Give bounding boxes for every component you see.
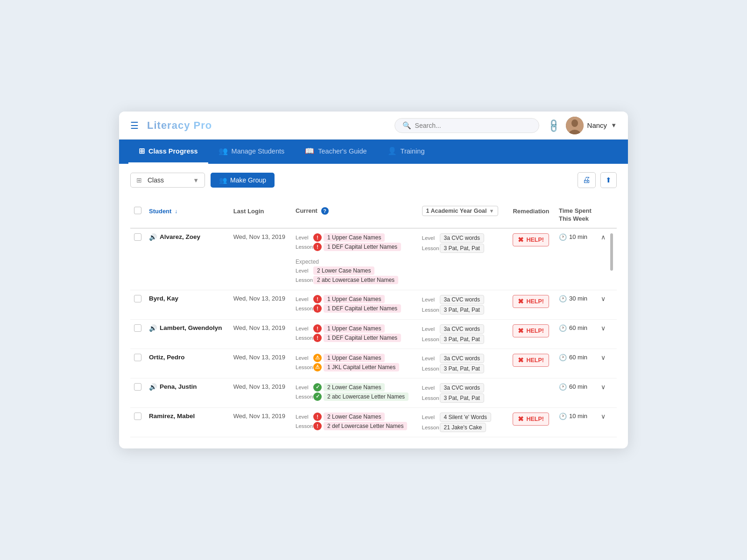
expand-icon[interactable]: ∨ xyxy=(601,383,606,391)
row-checkbox[interactable] xyxy=(134,233,141,241)
nav-item-class-progress[interactable]: ⊞ Class Progress xyxy=(128,140,208,164)
time-display: 🕐 10 min xyxy=(559,413,593,420)
goal-level-pill: 3a CVC words xyxy=(440,295,484,304)
expected-empty-checkbox xyxy=(130,258,145,290)
remediation-label: Remediation xyxy=(513,208,549,215)
goal-cell: Level 3a CVC words Lesson 3 Pat, Pat, Pa… xyxy=(418,349,509,378)
level-pill: 1 Upper Case Names xyxy=(324,324,385,333)
current-cell: Level ! 1 Upper Case Names Lesson ! 1 DE… xyxy=(292,228,418,258)
help-button[interactable]: ✖ HELP! xyxy=(513,295,549,308)
table-row: 🔊 Lambert, Gwendolyn Wed, Nov 13, 2019 L… xyxy=(130,319,617,349)
speaker-icon[interactable]: 🔊 xyxy=(149,233,157,241)
expand-cell[interactable]: ∨ xyxy=(597,319,609,349)
expected-lesson-row: Lesson 2 abc Lowercase Letter Names xyxy=(296,276,415,284)
level-row: Level ✓ 2 Lower Case Names xyxy=(296,383,415,392)
speaker-icon[interactable]: 🔊 xyxy=(149,324,157,332)
time-value: 10 min xyxy=(569,413,587,420)
table-row: Byrd, Kay Wed, Nov 13, 2019 Level ! 1 Up… xyxy=(130,290,617,319)
time-cell: 🕐 10 min xyxy=(555,228,597,258)
lesson-badge: ! xyxy=(313,334,322,342)
expand-cell[interactable]: ∧ xyxy=(597,228,609,258)
level-label: Level xyxy=(296,414,311,420)
expand-icon[interactable]: ∧ xyxy=(601,233,606,241)
search-icon: 🔍 xyxy=(402,121,411,130)
student-name: Byrd, Kay xyxy=(149,295,226,302)
lesson-badge: ! xyxy=(313,243,322,251)
speaker-icon[interactable]: 🔊 xyxy=(149,383,157,391)
time-value: 10 min xyxy=(569,233,587,240)
student-name-label: Byrd, Kay xyxy=(149,295,178,302)
goal-level-lesson: Level 3a CVC words Lesson 3 Pat, Pat, Pa… xyxy=(422,354,506,373)
help-button[interactable]: ✖ HELP! xyxy=(513,413,549,426)
level-pill: 2 Lower Case Names xyxy=(324,413,385,421)
row-checkbox[interactable] xyxy=(134,295,141,302)
lesson-pill: 1 JKL Capital Letter Names xyxy=(324,363,399,371)
lesson-pill: 2 def Lowercase Letter Names xyxy=(324,422,407,430)
select-all-checkbox[interactable] xyxy=(134,207,141,214)
goal-dropdown[interactable]: 1 Academic Year Goal ▼ xyxy=(422,206,499,216)
level-label: Level xyxy=(296,296,311,302)
help-button[interactable]: ✖ HELP! xyxy=(513,324,549,337)
current-level-lesson: Level ✓ 2 Lower Case Names Lesson ✓ 2 ab… xyxy=(296,383,415,401)
expected-level-lesson: Level 2 Lower Case Names Lesson 2 abc Lo… xyxy=(296,266,415,284)
link-icon[interactable]: 🔗 xyxy=(545,117,562,133)
goal-lesson-pill: 3 Pat, Pat, Pat xyxy=(440,393,484,403)
row-checkbox[interactable] xyxy=(134,354,141,361)
scrollbar-cell xyxy=(609,228,617,258)
expand-cell[interactable]: ∨ xyxy=(597,407,609,437)
help-label: HELP! xyxy=(526,328,544,334)
app-logo: Literacy Pro xyxy=(147,119,212,132)
goal-lesson-pill: 3 Pat, Pat, Pat xyxy=(440,335,484,344)
class-select[interactable]: ⊞ Class ▼ xyxy=(130,173,205,188)
export-icon: ⬆ xyxy=(606,176,612,184)
expected-empty-time xyxy=(555,258,597,290)
row-checkbox[interactable] xyxy=(134,383,141,391)
expand-icon[interactable]: ∨ xyxy=(601,413,606,420)
expand-icon[interactable]: ∨ xyxy=(601,354,606,361)
remediation-cell: ✖ HELP! xyxy=(509,319,555,349)
export-button[interactable]: ⬆ xyxy=(600,172,617,188)
expand-cell[interactable]: ∨ xyxy=(597,349,609,378)
level-badge: ! xyxy=(313,295,322,303)
student-name: 🔊 Pena, Justin xyxy=(149,383,226,391)
time-display: 🕐 10 min xyxy=(559,233,593,241)
table-container: Student ↓ Last Login Current ? 1 Academi… xyxy=(119,195,628,448)
expand-cell[interactable]: ∨ xyxy=(597,378,609,407)
nav-item-training[interactable]: 👤 Training xyxy=(377,140,435,164)
row-checkbox[interactable] xyxy=(134,324,141,332)
search-bar[interactable]: 🔍 xyxy=(395,118,539,133)
make-group-button[interactable]: 👥 Make Group xyxy=(211,173,275,188)
search-input[interactable] xyxy=(415,122,531,129)
goal-lesson-label: Lesson xyxy=(422,307,438,313)
toolbar-right: 🖨 ⬆ xyxy=(578,172,617,188)
nav-item-manage-students[interactable]: 👥 Manage Students xyxy=(208,140,295,164)
table-row: 🔊 Pena, Justin Wed, Nov 13, 2019 Level ✓… xyxy=(130,378,617,407)
help-button[interactable]: ✖ HELP! xyxy=(513,354,549,367)
help-x-icon: ✖ xyxy=(518,327,524,335)
expand-cell[interactable]: ∨ xyxy=(597,290,609,319)
goal-lesson-label: Lesson xyxy=(422,366,438,371)
student-name: 🔊 Alvarez, Zoey xyxy=(149,233,226,241)
header-student[interactable]: Student ↓ xyxy=(145,195,230,228)
current-help-icon[interactable]: ? xyxy=(321,207,329,215)
row-checkbox-cell xyxy=(130,407,145,437)
row-checkbox[interactable] xyxy=(134,413,141,420)
goal-lesson-pill: 3 Pat, Pat, Pat xyxy=(440,305,484,315)
user-area[interactable]: Nancy ▼ xyxy=(566,117,617,134)
expand-icon[interactable]: ∨ xyxy=(601,324,606,332)
nav-item-teachers-guide[interactable]: 📖 Teacher's Guide xyxy=(295,140,377,164)
lesson-row: Lesson ! 1 DEF Capital Letter Names xyxy=(296,304,415,313)
time-display: 🕐 60 min xyxy=(559,324,593,332)
time-cell: 🕐 60 min xyxy=(555,319,597,349)
level-pill: 1 Upper Case Names xyxy=(324,233,385,242)
expand-icon[interactable]: ∨ xyxy=(601,295,606,302)
print-button[interactable]: 🖨 xyxy=(578,172,596,188)
header-last-login: Last Login xyxy=(230,195,292,228)
help-button[interactable]: ✖ HELP! xyxy=(513,233,549,246)
expected-level-label: Level xyxy=(296,268,311,273)
hamburger-icon[interactable]: ☰ xyxy=(130,120,139,131)
time-value: 60 min xyxy=(569,383,587,390)
lesson-badge: ⚠ xyxy=(313,363,322,371)
top-bar: ☰ Literacy Pro 🔍 🔗 Nancy ▼ xyxy=(119,112,628,140)
lesson-label: Lesson xyxy=(296,364,311,370)
